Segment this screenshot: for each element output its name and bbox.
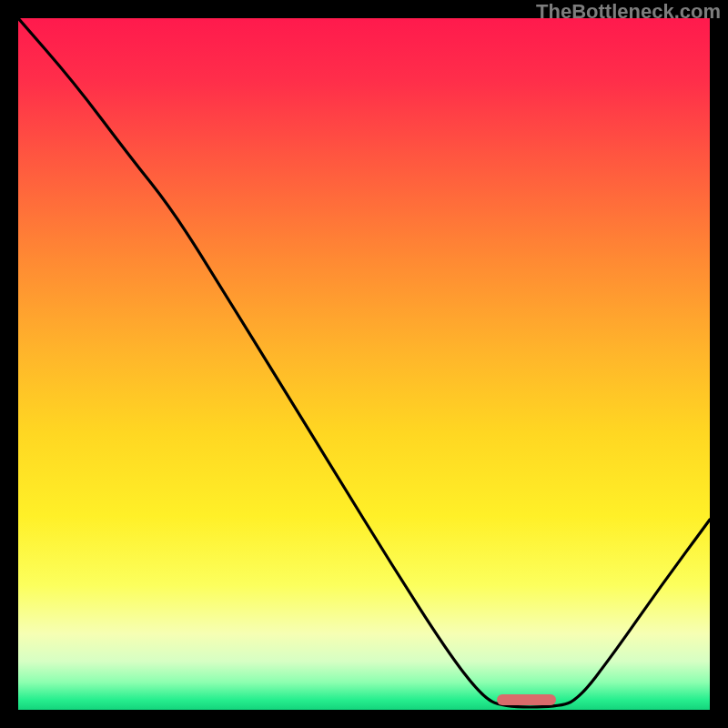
- plot-area: [18, 18, 710, 710]
- chart-stage: TheBottleneck.com: [0, 0, 728, 728]
- optimal-marker: [497, 694, 556, 705]
- svg-rect-0: [18, 18, 710, 710]
- heat-gradient: [18, 18, 710, 710]
